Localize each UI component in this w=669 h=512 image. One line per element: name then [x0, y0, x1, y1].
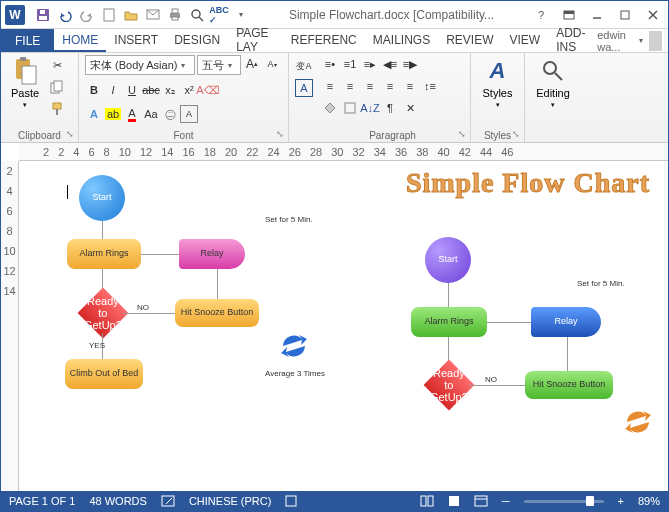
- clipboard-launcher-icon[interactable]: ⤡: [64, 128, 76, 140]
- show-marks-icon[interactable]: ¶: [381, 99, 399, 117]
- enclose-char-icon[interactable]: ㊁: [161, 105, 179, 123]
- qat-preview-icon[interactable]: [187, 5, 207, 25]
- label-avg-left: Average 3 Times: [265, 369, 325, 378]
- tab-mailings[interactable]: MAILINGS: [365, 29, 438, 52]
- ruler-horizontal[interactable]: 2246810121416182022242628303234363840424…: [19, 143, 668, 161]
- status-spellcheck-icon[interactable]: [161, 495, 175, 507]
- zoom-out-icon[interactable]: ─: [502, 495, 510, 507]
- help-icon[interactable]: ?: [528, 5, 554, 25]
- change-case-icon[interactable]: Aa: [142, 105, 160, 123]
- align-right-icon[interactable]: ≡: [361, 77, 379, 95]
- shading-icon[interactable]: [321, 99, 339, 117]
- phonetic-guide-icon[interactable]: 变A: [295, 57, 313, 75]
- align-left-icon[interactable]: ≡: [321, 77, 339, 95]
- zoom-slider[interactable]: [524, 500, 604, 503]
- font-launcher-icon[interactable]: ⤡: [274, 128, 286, 140]
- distributed-icon[interactable]: ≡: [401, 77, 419, 95]
- superscript-icon[interactable]: x²: [180, 81, 198, 99]
- qat-quickprint-icon[interactable]: [165, 5, 185, 25]
- shape-hit-right: Hit Snooze Button: [525, 371, 613, 399]
- svg-rect-11: [564, 11, 574, 14]
- qat-customize-icon[interactable]: ▾: [231, 5, 251, 25]
- svg-rect-1: [39, 16, 47, 20]
- cut-icon[interactable]: ✂: [47, 55, 67, 75]
- status-page[interactable]: PAGE 1 OF 1: [9, 495, 75, 507]
- paste-button[interactable]: Paste ▾: [7, 55, 43, 111]
- font-color-icon[interactable]: A: [123, 105, 141, 123]
- font-size-combo[interactable]: 五号▾: [197, 55, 241, 75]
- char-shading-icon[interactable]: A: [295, 79, 313, 97]
- shape-alarm-left: Alarm Rings: [67, 239, 141, 269]
- justify-icon[interactable]: ≡: [381, 77, 399, 95]
- format-painter-icon[interactable]: [47, 99, 67, 119]
- styles-button[interactable]: A Styles ▾: [477, 55, 518, 111]
- tab-insert[interactable]: INSERT: [106, 29, 166, 52]
- tab-pagelayout[interactable]: PAGE LAY: [228, 29, 283, 52]
- cycle-arrows-icon-blue: [277, 329, 311, 363]
- zoom-level[interactable]: 89%: [638, 495, 660, 507]
- italic-icon[interactable]: I: [104, 81, 122, 99]
- view-print-icon[interactable]: [448, 495, 460, 507]
- text-cursor: [67, 185, 68, 199]
- qat-open-icon[interactable]: [121, 5, 141, 25]
- tab-view[interactable]: VIEW: [502, 29, 549, 52]
- paragraph-launcher-icon[interactable]: ⤡: [456, 128, 468, 140]
- char-border-icon[interactable]: A: [180, 105, 198, 123]
- ruler-vertical[interactable]: 2468101214: [1, 161, 19, 491]
- asian-layout-icon[interactable]: ✕: [401, 99, 419, 117]
- styles-launcher-icon[interactable]: ⤡: [510, 128, 522, 140]
- close-icon[interactable]: [640, 5, 666, 25]
- ribbon-display-icon[interactable]: [556, 5, 582, 25]
- clear-format-icon[interactable]: A⌫: [199, 81, 217, 99]
- svg-rect-3: [104, 9, 114, 21]
- underline-icon[interactable]: U: [123, 81, 141, 99]
- tab-addins[interactable]: ADD-INS: [548, 29, 597, 52]
- shape-hit-left: Hit Snooze Button: [175, 299, 259, 327]
- qat-email-icon[interactable]: [143, 5, 163, 25]
- maximize-icon[interactable]: [612, 5, 638, 25]
- connector: [567, 337, 568, 371]
- font-family-combo[interactable]: 宋体 (Body Asian)▾: [85, 55, 195, 75]
- qat-new-icon[interactable]: [99, 5, 119, 25]
- qat-redo-icon[interactable]: [77, 5, 97, 25]
- bullets-icon[interactable]: ≡•: [321, 55, 339, 73]
- svg-line-9: [199, 17, 203, 21]
- tab-design[interactable]: DESIGN: [166, 29, 228, 52]
- view-web-icon[interactable]: [474, 495, 488, 507]
- grow-font-icon[interactable]: A▴: [243, 55, 261, 73]
- strikethrough-icon[interactable]: abc: [142, 81, 160, 99]
- view-read-icon[interactable]: [420, 495, 434, 507]
- shape-alarm-right: Alarm Rings: [411, 307, 487, 337]
- bold-icon[interactable]: B: [85, 81, 103, 99]
- tab-references[interactable]: REFERENC: [283, 29, 365, 52]
- status-macro-icon[interactable]: [285, 495, 297, 507]
- shrink-font-icon[interactable]: A▾: [263, 55, 281, 73]
- qat-save-icon[interactable]: [33, 5, 53, 25]
- line-spacing-icon[interactable]: ↕≡: [421, 77, 439, 95]
- qat-spelling-icon[interactable]: ABC✓: [209, 5, 229, 25]
- zoom-in-icon[interactable]: +: [618, 495, 624, 507]
- avatar[interactable]: [649, 31, 662, 51]
- tab-home[interactable]: HOME: [54, 29, 106, 52]
- user-name[interactable]: edwin wa...: [597, 29, 633, 53]
- editing-button[interactable]: Editing ▾: [531, 55, 575, 111]
- tab-file[interactable]: FILE: [1, 29, 54, 52]
- text-effects-icon[interactable]: A: [85, 105, 103, 123]
- decrease-indent-icon[interactable]: ◀≡: [381, 55, 399, 73]
- subscript-icon[interactable]: x₂: [161, 81, 179, 99]
- sort-icon[interactable]: A↓Z: [361, 99, 379, 117]
- align-center-icon[interactable]: ≡: [341, 77, 359, 95]
- increase-indent-icon[interactable]: ≡▶: [401, 55, 419, 73]
- highlight-icon[interactable]: ab: [104, 105, 122, 123]
- tab-review[interactable]: REVIEW: [438, 29, 501, 52]
- doc-heading: Simple Flow Chart: [406, 167, 650, 199]
- status-language[interactable]: CHINESE (PRC): [189, 495, 272, 507]
- numbering-icon[interactable]: ≡1: [341, 55, 359, 73]
- minimize-icon[interactable]: [584, 5, 610, 25]
- status-words[interactable]: 48 WORDS: [89, 495, 146, 507]
- borders-icon[interactable]: [341, 99, 359, 117]
- qat-undo-icon[interactable]: [55, 5, 75, 25]
- multilevel-icon[interactable]: ≡▸: [361, 55, 379, 73]
- copy-icon[interactable]: [47, 77, 67, 97]
- document-canvas[interactable]: Simple Flow Chart Start Alarm Rings Rela…: [19, 161, 668, 491]
